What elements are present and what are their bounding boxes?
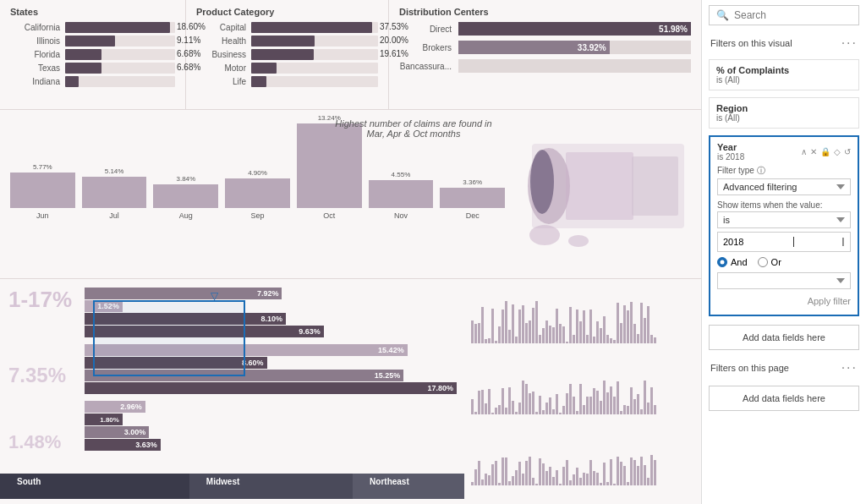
h-bar: 3.00% [85,426,149,438]
dist-bar-track: 33.92% [458,41,691,54]
filter-year-title-group: Year is 2018 [717,142,744,162]
tiny-bar [596,321,599,343]
product-bar-row: Business 19.61% [196,49,378,60]
svg-point-6 [530,150,554,214]
filters-on-page-label: Filters on this page [710,363,789,373]
monthly-bar-rect [10,173,75,208]
tiny-bar [579,478,582,485]
tiny-bar [633,324,636,343]
filter-region[interactable]: Region is (All) [709,97,859,129]
search-box[interactable]: 🔍 [709,5,859,25]
tiny-bar [498,405,501,414]
tiny-bar [562,406,565,414]
tiny-bar [623,466,626,485]
tiny-bar [485,339,487,343]
tiny-bar [559,324,562,343]
state-bar-row: Texas 6.68% [10,63,175,74]
close-icon[interactable]: ✕ [810,147,817,156]
tiny-bar [502,388,504,414]
product-bar-track: 20.00% [251,36,378,47]
add-fields-page-button[interactable]: Add data fields here [709,386,859,411]
tiny-bar [559,484,562,485]
state-bar-fill [65,49,101,60]
svg-point-4 [529,225,560,245]
h-bar: 3.63% [85,439,161,451]
tiny-bar [573,397,575,414]
tiny-bar [620,462,622,485]
tiny-bar [603,463,606,485]
tiny-bar [471,482,474,485]
tiny-bar [603,316,606,343]
year-value-input-container[interactable]: 2018 I [717,232,851,252]
state-bar-value: 9.11% [177,36,209,45]
product-bar-track [251,63,378,74]
lock-icon[interactable]: 🔒 [820,147,830,156]
state-bar-row: Indiana [10,76,175,87]
state-bar-fill [65,76,79,87]
tiny-bar [508,387,511,414]
tiny-bar [488,475,491,485]
state-bar-track: 6.68% [65,63,175,74]
tiny-bar [600,401,602,414]
tiny-bar [586,474,589,485]
bar-group-2: 15.42% 8.60% 15.25% 17.80% [85,344,464,394]
distribution-title: Distribution Centers [399,7,691,17]
tiny-bar [569,480,572,485]
tiny-bar [508,330,511,343]
tiny-bar [637,334,639,343]
tiny-bar [576,310,578,343]
filter-pct-complaints[interactable]: % of Complaints is (All) [709,59,859,90]
tiny-bar [569,384,572,414]
dist-bars: Direct 51.98% Brokers 33.92% Bancassura.… [399,22,691,73]
search-input[interactable] [734,9,852,21]
tiny-v-chart-2 [468,364,698,414]
state-label: Florida [10,50,65,59]
tiny-bar [583,405,585,414]
tiny-bar [505,301,507,343]
and-radio-circle [717,257,727,267]
filter-type-label: Filter type ⓘ [717,165,851,177]
pct-overlay-3: 1.48% [8,431,61,453]
tiny-bar [535,301,538,343]
h-bar: 9.63% [85,326,324,337]
monthly-bar-value: 4.90% [248,169,267,177]
tiny-bar [593,337,595,343]
tiny-bar [529,393,531,414]
monthly-bar-value: 5.14% [105,167,124,175]
tiny-bar [471,399,474,414]
filter-pct-title: % of Complaints [716,65,852,75]
or-label: Or [771,257,781,267]
second-condition-dropdown[interactable] [717,272,851,289]
monthly-bar-label: Aug [179,211,193,220]
tiny-bar [549,397,551,414]
filter-year[interactable]: Year is 2018 ∧ ✕ 🔒 ◇ ↺ Filter type ⓘ Adv… [709,135,859,316]
tiny-bar [512,476,514,485]
tiny-bar [617,381,619,414]
tiny-bar [573,335,575,343]
reset-icon[interactable]: ◇ [834,147,841,156]
filters-visual-dots[interactable]: ··· [841,36,858,51]
tiny-bar [627,482,629,485]
apply-filter-button[interactable]: Apply filter [717,296,851,306]
text-cursor [793,237,794,247]
or-radio[interactable]: Or [758,257,781,267]
refresh-icon[interactable]: ↺ [844,147,851,156]
tiny-bar [586,335,589,343]
and-radio[interactable]: And [717,257,748,267]
tiny-bar [613,397,616,414]
tiny-bar [539,396,541,414]
filter-type-dropdown[interactable]: Advanced filtering Basic filtering [717,178,851,195]
filters-page-dots[interactable]: ··· [841,360,858,375]
tiny-bar [495,341,497,343]
tiny-bar [630,387,633,414]
tiny-bar [654,460,656,485]
tiny-bar [613,484,616,485]
tiny-bar [545,403,548,414]
tiny-bar [532,308,534,343]
condition-dropdown[interactable]: is is not is less than is greater than [717,211,851,228]
chevron-up-icon[interactable]: ∧ [801,147,807,156]
bottom-area: 1-17% 7.35% 1.48% ▽ 7.92% 1.52% 8.10 [0,279,701,499]
state-label: Texas [10,63,65,73]
add-fields-visual-button[interactable]: Add data fields here [709,325,859,350]
tiny-bar [552,477,555,485]
